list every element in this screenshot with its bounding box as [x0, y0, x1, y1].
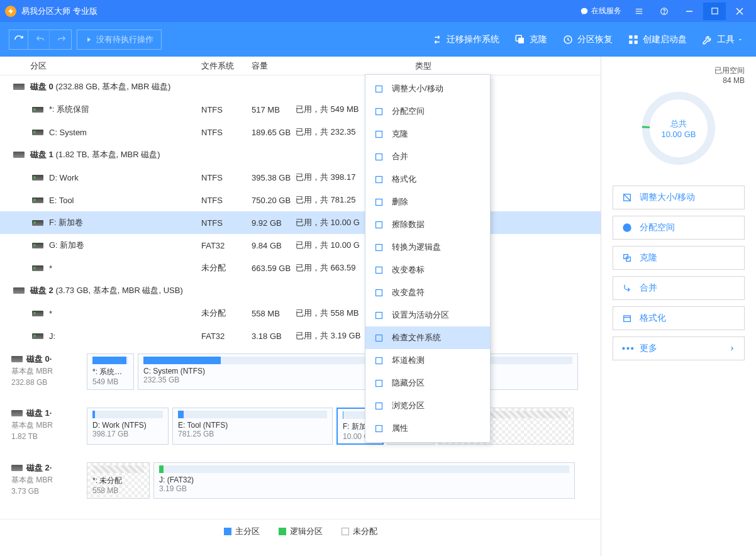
app-title: 易我分区大师 专业版 [21, 6, 580, 17]
action-format[interactable]: 格式化 [613, 306, 745, 330]
minimize-button[interactable] [678, 3, 701, 20]
svg-rect-32 [376, 289, 382, 296]
context-menu-item[interactable]: 调整大小/移动 [365, 77, 490, 100]
disk-map: 磁盘 0·基本盘 MBR232.88 GB*: 系统保...549 MBC: S… [11, 353, 589, 390]
migrate-os-button[interactable]: 迁移操作系统 [431, 34, 499, 45]
disk-segment[interactable]: J: (FAT32)3.19 GB [153, 462, 575, 499]
action-merge[interactable]: 合并 [613, 276, 745, 300]
action-clone[interactable]: 克隆 [613, 246, 745, 270]
action-resize[interactable]: 调整大小/移动 [613, 186, 745, 209]
action-more[interactable]: •••更多 [613, 336, 745, 360]
action-allocate[interactable]: 分配空间 [613, 216, 745, 240]
pie-icon [374, 107, 386, 116]
context-menu-item[interactable]: 设置为活动分区 [365, 304, 490, 326]
close-button[interactable] [728, 3, 751, 20]
partition-row[interactable]: *未分配663.59 GB已用，共 663.59 [0, 257, 601, 279]
redo-button[interactable] [52, 30, 71, 49]
context-menu-item[interactable]: 改变卷标 [365, 259, 490, 281]
partition-row[interactable]: *: 系统保留NTFS517 MB已用，共 549 MB [0, 98, 601, 121]
badblock-icon [374, 356, 386, 365]
context-menu-item[interactable]: 克隆 [365, 123, 490, 145]
context-menu-item[interactable]: 检查文件系统 [365, 326, 490, 349]
context-menu-item[interactable]: 擦除数据 [365, 213, 490, 236]
disk-row[interactable]: 磁盘 2 (3.73 GB, 基本盘, MBR 磁盘, USB) [0, 279, 601, 302]
disk-icon [11, 152, 26, 158]
letter-icon [374, 288, 386, 297]
svg-rect-35 [376, 357, 382, 364]
svg-rect-38 [376, 425, 382, 431]
tools-button[interactable]: 工具 [702, 34, 747, 45]
refresh-button[interactable] [9, 30, 28, 49]
online-service-button[interactable]: 在线服务 [580, 6, 621, 16]
resize-icon [374, 84, 386, 94]
disk-row[interactable]: 磁盘 0 (232.88 GB, 基本盘, MBR 磁盘) [0, 75, 601, 98]
partition-row[interactable]: F: 新加卷NTFS9.92 GB已用，共 10.00 G [0, 211, 601, 234]
merge-icon [374, 152, 386, 162]
disk-segment[interactable]: *: 系统保...549 MB [87, 353, 134, 390]
svg-rect-14 [629, 40, 632, 43]
partition-row[interactable]: E: ToolNTFS750.20 GB已用，共 781.25 [0, 189, 601, 211]
app-logo-icon [5, 6, 16, 17]
format-icon [374, 175, 386, 184]
erase-icon [374, 220, 386, 230]
context-menu-item[interactable]: 格式化 [365, 168, 490, 191]
partition-icon [30, 130, 45, 135]
partition-list-pane: 分区 文件系统 容量 类型 磁盘 0 (232.88 GB, 基本盘, MBR … [0, 57, 601, 556]
delete-icon [374, 197, 386, 207]
disk-row[interactable]: 磁盘 1 (1.82 TB, 基本盘, MBR 磁盘) [0, 143, 601, 166]
svg-rect-34 [376, 335, 382, 341]
context-menu-item[interactable]: 分配空间 [365, 100, 490, 123]
context-menu-item[interactable]: 合并 [365, 145, 490, 168]
partition-row[interactable]: J:FAT323.18 GB已用，共 3.19 GB [0, 325, 601, 347]
context-menu-item[interactable]: 删除 [365, 191, 490, 213]
disk-segment[interactable]: E: Tool (NTFS)781.25 GB [172, 408, 333, 445]
svg-rect-23 [376, 86, 382, 92]
context-menu-item[interactable]: 浏览分区 [365, 394, 490, 417]
table-header: 分区 文件系统 容量 类型 [0, 57, 601, 75]
svg-rect-26 [376, 153, 382, 160]
partition-icon [30, 175, 45, 181]
context-menu-item[interactable]: 坏道检测 [365, 349, 490, 372]
toolbar: 没有待执行操作 迁移操作系统 克隆 分区恢复 创建启动盘 工具 [0, 22, 756, 57]
menu-icon[interactable] [628, 3, 650, 20]
label-icon [374, 265, 386, 275]
pending-operations[interactable]: 没有待执行操作 [77, 30, 162, 50]
check-icon [374, 333, 386, 343]
svg-rect-12 [629, 35, 632, 38]
maximize-button[interactable] [703, 3, 726, 20]
partition-icon [30, 311, 45, 316]
context-menu-item[interactable]: 隐藏分区 [365, 372, 490, 394]
context-menu-item[interactable]: 转换为逻辑盘 [365, 236, 490, 259]
partition-row[interactable]: C: SystemNTFS189.65 GB已用，共 232.35 [0, 121, 601, 143]
usage-donut-chart: 总共 10.00 GB [638, 87, 720, 169]
svg-rect-29 [376, 221, 382, 228]
partition-icon [30, 333, 45, 339]
svg-rect-15 [635, 40, 638, 43]
svg-point-4 [664, 13, 665, 13]
disk-segment[interactable]: *: 未分配558 MB [87, 462, 150, 499]
partition-row[interactable]: *未分配558 MB已用，共 558 MB [0, 302, 601, 325]
disk-segment[interactable]: C: System (NTFS)232.35 GB [138, 353, 578, 390]
svg-rect-21 [624, 316, 631, 321]
bootdisk-button[interactable]: 创建启动盘 [628, 34, 687, 45]
svg-rect-13 [635, 35, 638, 38]
partition-icon [30, 107, 45, 113]
recover-button[interactable]: 分区恢复 [562, 34, 613, 45]
header-capacity: 容量 [252, 60, 415, 72]
partition-icon [30, 197, 45, 203]
partition-row[interactable]: D: WorkNTFS395.38 GB已用，共 398.17 [0, 166, 601, 189]
svg-rect-33 [376, 312, 382, 318]
disk-segment[interactable]: D: Work (NTFS)398.17 GB [87, 408, 169, 445]
partition-icon [30, 243, 45, 248]
header-type: 类型 [415, 60, 601, 72]
context-menu-item[interactable]: 改变盘符 [365, 281, 490, 304]
svg-rect-30 [376, 244, 382, 250]
svg-rect-28 [376, 199, 382, 205]
help-icon[interactable] [653, 3, 675, 20]
title-bar: 易我分区大师 专业版 在线服务 [0, 0, 756, 22]
undo-button[interactable] [31, 30, 50, 49]
clone-button[interactable]: 克隆 [514, 34, 547, 45]
context-menu-item[interactable]: 属性 [365, 417, 490, 440]
context-menu: 调整大小/移动分配空间克隆合并格式化删除擦除数据转换为逻辑盘改变卷标改变盘符设置… [365, 74, 491, 443]
partition-row[interactable]: G: 新加卷FAT329.84 GB已用，共 10.00 G [0, 234, 601, 257]
